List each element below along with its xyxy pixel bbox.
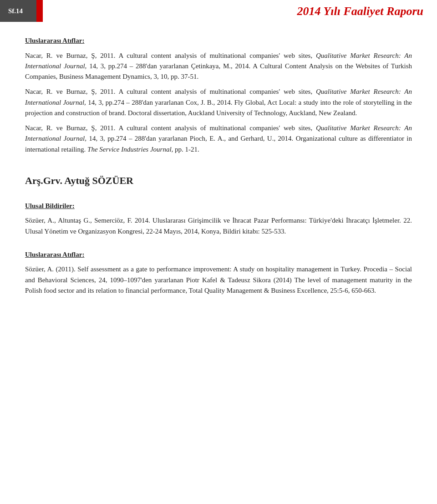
page-number: Sf.14 — [0, 0, 36, 22]
author-name: Arş.Grv. Aytuğ SÖZÜER — [25, 175, 133, 186]
section-heading-ulusal-bildiriler: Ulusal Bildiriler: — [25, 201, 412, 211]
paragraph-sozuer-1: Sözüer, A. (2011). Self assessment as a … — [25, 264, 412, 296]
content-area: Uluslararası Atıflar: Nacar, R. ve Burna… — [0, 36, 437, 319]
header-title: 2014 Yılı Faaliyet Raporu — [43, 0, 437, 22]
italic-text-4: The Service Industries Journal, — [87, 146, 173, 153]
header-bar — [36, 0, 43, 22]
italic-text: Qualitative Market Research: An Internat… — [25, 52, 412, 70]
author-heading: Arş.Grv. Aytuğ SÖZÜER — [25, 173, 412, 188]
header: Sf.14 2014 Yılı Faaliyet Raporu — [0, 0, 437, 22]
italic-text-3: Qualitative Market Research: An Internat… — [25, 124, 412, 142]
paragraph-1: Nacar, R. ve Burnaz, Ş, 2011. A cultural… — [25, 51, 412, 82]
report-title: 2014 Yılı Faaliyet Raporu — [297, 2, 423, 20]
page: Sf.14 2014 Yılı Faaliyet Raporu Uluslara… — [0, 0, 437, 504]
italic-text-2: Qualitative Market Research: An Internat… — [25, 88, 412, 106]
page-label: Sf.14 — [8, 6, 23, 16]
paragraph-2: Nacar, R. ve Burnaz, Ş, 2011. A cultural… — [25, 87, 412, 118]
paragraph-3: Nacar, R. ve Burnaz, Ş, 2011. A cultural… — [25, 123, 412, 155]
section-heading-uluslararasi-atiflar-1: Uluslararası Atıflar: — [25, 36, 412, 46]
section-heading-uluslararasi-atiflar-2: Uluslararası Atıflar: — [25, 249, 412, 260]
paragraph-ulusal-1: Sözüer, A., Altuntaş G., Semerciöz, F. 2… — [25, 215, 412, 237]
